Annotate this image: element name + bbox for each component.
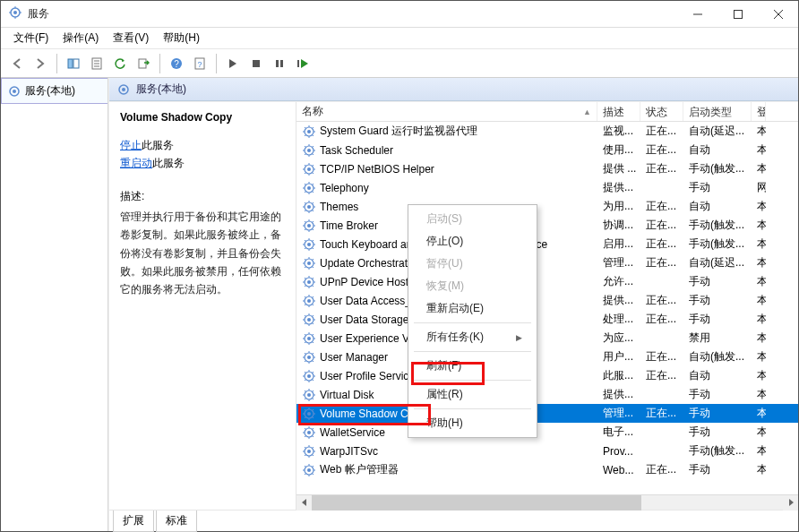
svg-line-47 <box>305 153 306 155</box>
show-hide-tree-button[interactable] <box>63 53 84 74</box>
back-button[interactable] <box>6 53 28 74</box>
stop-service-button[interactable] <box>245 53 267 74</box>
row-startup: 手动(触发... <box>683 161 752 176</box>
row-login: 本 <box>752 443 766 459</box>
table-row[interactable]: Telephony提供...手动网 <box>296 178 798 197</box>
svg-point-26 <box>13 90 16 93</box>
table-row[interactable]: Time Broker协调...正在...手动(触发...本 <box>296 216 798 235</box>
svg-line-138 <box>313 315 314 317</box>
body: 服务(本地) 服务(本地) Volume Shadow Copy 停止此服务 重… <box>1 78 798 531</box>
context-item[interactable]: 停止(O) <box>410 230 535 253</box>
table-row[interactable]: User Data Storage_3d7d7处理...正在...手动本 <box>296 310 798 329</box>
gear-icon <box>302 275 316 289</box>
column-name[interactable]: 名称▲ <box>296 102 597 121</box>
table-row[interactable]: TCP/IP NetBIOS Helper提供 ...正在...手动(触发...… <box>296 159 798 178</box>
svg-line-145 <box>305 334 306 336</box>
row-startup: 自动 <box>683 142 752 158</box>
table-row[interactable]: System Guard 运行时监视器代理监视...正在...自动(延迟...本 <box>296 122 798 141</box>
column-login[interactable]: 登 <box>752 102 766 121</box>
svg-line-208 <box>313 447 314 449</box>
help-docs-button[interactable]: ? <box>189 53 210 74</box>
table-row[interactable]: User Profile Service此服...正在...自动本 <box>296 366 798 385</box>
table-row[interactable]: Web 帐户管理器Web...正在...手动本 <box>296 460 798 479</box>
horizontal-scrollbar[interactable] <box>296 494 798 510</box>
scroll-track[interactable] <box>312 495 783 511</box>
tree-panel: 服务(本地) <box>1 78 108 531</box>
tree-root-label: 服务(本地) <box>25 83 75 99</box>
table-row[interactable]: WalletService电子...手动本 <box>296 423 798 442</box>
row-desc: 提供... <box>597 180 640 195</box>
forward-button[interactable] <box>30 53 51 74</box>
svg-rect-24 <box>297 60 299 67</box>
gear-icon <box>302 162 316 176</box>
row-state: 正在... <box>640 368 683 383</box>
table-row[interactable]: User Manager用户...正在...自动(触发...本 <box>296 348 798 366</box>
column-status[interactable]: 状态 <box>640 102 683 121</box>
svg-line-85 <box>305 221 306 223</box>
panel-caption-text: 服务(本地) <box>136 82 186 97</box>
context-item-label: 停止(O) <box>426 234 463 249</box>
svg-text:?: ? <box>197 60 202 69</box>
scroll-thumb[interactable] <box>312 495 641 511</box>
row-startup: 手动 <box>683 293 752 308</box>
pause-service-button[interactable] <box>269 53 290 74</box>
svg-rect-21 <box>253 60 260 67</box>
menu-action[interactable]: 操作(A) <box>56 28 106 48</box>
svg-line-57 <box>305 172 306 174</box>
close-button[interactable] <box>758 1 798 27</box>
help-button[interactable]: ? <box>166 53 187 74</box>
context-separator <box>414 351 531 352</box>
table-row[interactable]: Volume Shadow Copy管理...正在...手动本 <box>296 404 798 423</box>
menu-file[interactable]: 文件(F) <box>6 28 56 48</box>
row-name: TCP/IP NetBIOS Helper <box>320 163 434 176</box>
table-row[interactable]: Task Scheduler使用...正在...自动本 <box>296 141 798 159</box>
export-button[interactable] <box>133 53 154 74</box>
context-item[interactable]: 属性(R) <box>410 383 535 406</box>
svg-point-110 <box>307 280 311 284</box>
tab-standard[interactable]: 标准 <box>156 511 197 532</box>
scroll-left-icon[interactable] <box>296 495 312 511</box>
table-row[interactable]: Themes为用...正在...自动本 <box>296 197 798 216</box>
svg-line-177 <box>305 398 306 399</box>
svg-point-80 <box>307 224 311 227</box>
context-item[interactable]: 重新启动(E) <box>410 297 535 320</box>
table-row[interactable]: UPnP Device Host允许...手动本 <box>296 272 798 291</box>
maximize-button[interactable] <box>717 1 758 27</box>
start-service-button[interactable] <box>222 53 244 74</box>
context-item[interactable]: 刷新(F) <box>410 355 535 377</box>
row-login: 本 <box>752 406 766 421</box>
stop-link[interactable]: 停止 <box>120 139 142 151</box>
table-row[interactable]: WarpJITSvcProv...手动(触发...本 <box>296 442 798 460</box>
tab-extended[interactable]: 扩展 <box>113 511 154 532</box>
svg-line-115 <box>305 278 306 279</box>
row-login: 本 <box>752 293 766 308</box>
menu-view[interactable]: 查看(V) <box>106 28 156 48</box>
scroll-right-icon[interactable] <box>783 495 798 511</box>
menu-help[interactable]: 帮助(H) <box>156 28 207 48</box>
context-item[interactable]: 帮助(H) <box>410 412 535 434</box>
context-item[interactable]: 所有任务(K)▶ <box>410 326 535 348</box>
properties-button[interactable] <box>86 53 107 74</box>
column-startup-type[interactable]: 启动类型 <box>683 102 752 121</box>
refresh-button[interactable] <box>109 53 131 74</box>
row-startup: 自动 <box>683 199 752 214</box>
gear-icon <box>302 143 316 158</box>
restart-service-button[interactable] <box>292 53 314 74</box>
svg-point-150 <box>307 356 311 359</box>
minimize-button[interactable] <box>677 1 717 27</box>
table-row[interactable]: User Data Access_3d7d7提供...正在...手动本 <box>296 291 798 310</box>
row-desc: 监视... <box>597 124 640 139</box>
column-description[interactable]: 描述 <box>597 102 640 121</box>
table-row[interactable]: Touch Keyboard and Handwriting Panel Ser… <box>296 235 798 253</box>
restart-link[interactable]: 重启动 <box>120 157 152 169</box>
svg-line-108 <box>313 259 314 261</box>
tree-root[interactable]: 服务(本地) <box>1 78 107 104</box>
row-name: Telephony <box>320 182 369 194</box>
svg-line-158 <box>313 353 314 355</box>
table-row[interactable]: Virtual Disk提供...手动本 <box>296 385 798 404</box>
row-login: 本 <box>752 387 766 402</box>
svg-line-106 <box>313 266 314 268</box>
table-row[interactable]: Update Orchestrator Service管理...正在...自动(… <box>296 253 798 272</box>
table-row[interactable]: User Experience Virtualization Service为应… <box>296 329 798 348</box>
row-state: 正在... <box>640 124 683 139</box>
